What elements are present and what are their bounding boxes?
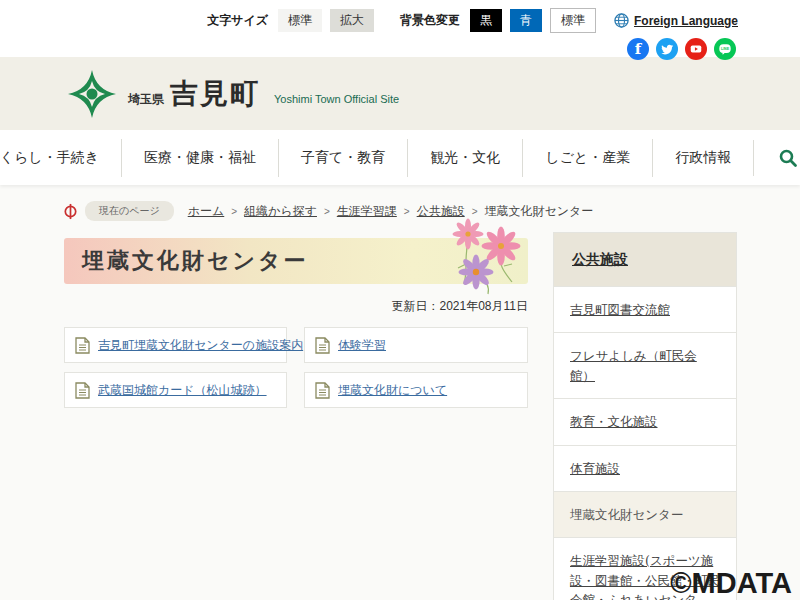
font-size-large-button[interactable]: 拡大 xyxy=(330,9,374,32)
sidebar-link-fresa[interactable]: フレサよしみ（町民会館） xyxy=(570,348,697,382)
search-button[interactable] xyxy=(753,140,800,176)
cosmos-flowers-decoration xyxy=(438,218,526,300)
copyright-watermark: ©MDATA xyxy=(670,567,792,600)
globe-icon xyxy=(614,13,629,28)
social-links: f LINE xyxy=(627,38,736,60)
sidebar-link-kyoiku[interactable]: 教育・文化施設 xyxy=(570,414,658,429)
link-box-card[interactable]: 武蔵国城館カード（松山城跡） xyxy=(64,372,287,408)
document-icon xyxy=(315,337,330,354)
line-icon[interactable]: LINE xyxy=(714,38,736,60)
bg-black-button[interactable]: 黒 xyxy=(470,9,502,32)
nav-item-kanko[interactable]: 観光・文化 xyxy=(407,139,522,177)
nav-item-kosodate[interactable]: 子育て・教育 xyxy=(278,139,407,177)
foreign-language-label[interactable]: Foreign Language xyxy=(634,14,738,28)
current-page-label: 現在のページ xyxy=(85,201,174,221)
link-taiken-gakushu[interactable]: 体験学習 xyxy=(338,337,386,354)
sidebar-item-kyoiku[interactable]: 教育・文化施設 xyxy=(554,398,736,444)
sidebar-item-tosho[interactable]: 吉見町図書交流館 xyxy=(554,286,736,332)
top-utility-bar: 文字サイズ 標準 拡大 背景色変更 黒 青 標準 Foreign Languag… xyxy=(0,0,800,57)
page-title-banner: 埋蔵文化財センター xyxy=(64,238,528,284)
content: 埋蔵文化財センター xyxy=(64,221,800,600)
font-size-standard-button[interactable]: 標準 xyxy=(278,9,322,32)
main-nav: くらし・手続き 医療・健康・福祉 子育て・教育 観光・文化 しごと・産業 行政情… xyxy=(0,130,800,185)
sidebar-item-taiiku[interactable]: 体育施設 xyxy=(554,445,736,491)
nav-item-iryo[interactable]: 医療・健康・福祉 xyxy=(121,139,278,177)
document-icon xyxy=(75,382,90,399)
breadcrumb-separator: > xyxy=(324,206,330,217)
breadcrumb-separator: > xyxy=(472,206,478,217)
foreign-language-link[interactable]: Foreign Language xyxy=(614,13,738,28)
town-emblem-icon[interactable] xyxy=(68,70,116,118)
link-box-shisetsu[interactable]: 吉見町埋蔵文化財センターの施設案内 xyxy=(64,327,287,363)
breadcrumb-current: 埋蔵文化財センター xyxy=(484,203,593,220)
link-shisetsu-annai[interactable]: 吉見町埋蔵文化財センターの施設案内 xyxy=(98,337,303,354)
sidebar-item-fresa[interactable]: フレサよしみ（町民会館） xyxy=(554,332,736,398)
link-box-taiken[interactable]: 体験学習 xyxy=(304,327,528,363)
town-name: 吉見町 xyxy=(170,75,260,113)
breadcrumb-separator: > xyxy=(231,206,237,217)
sidebar-column: 公共施設 吉見町図書交流館 フレサよしみ（町民会館） 教育・文化施設 体育施設 … xyxy=(553,232,737,600)
sidebar-item-maizo-current: 埋蔵文化財センター xyxy=(554,491,736,537)
bg-blue-button[interactable]: 青 xyxy=(510,9,542,32)
page-title: 埋蔵文化財センター xyxy=(82,246,309,276)
link-maizo-bunkazai[interactable]: 埋蔵文化財について xyxy=(338,382,447,399)
page: 文字サイズ 標準 拡大 背景色変更 黒 青 標準 Foreign Languag… xyxy=(0,0,800,600)
sidebar-link-taiiku[interactable]: 体育施設 xyxy=(570,461,620,476)
breadcrumb-home[interactable]: ホーム xyxy=(188,203,225,220)
nav-item-kurashi[interactable]: くらし・手続き xyxy=(0,139,121,177)
document-icon xyxy=(315,382,330,399)
bg-standard-button[interactable]: 標準 xyxy=(550,8,596,33)
sidebar-header[interactable]: 公共施設 xyxy=(554,233,736,286)
font-size-label: 文字サイズ xyxy=(207,12,268,29)
bg-color-label: 背景色変更 xyxy=(400,12,460,29)
breadcrumb-separator: > xyxy=(404,206,410,217)
facebook-icon[interactable]: f xyxy=(627,38,649,60)
breadcrumb-soshiki[interactable]: 組織から探す xyxy=(244,203,317,220)
site-subtitle: Yoshimi Town Official Site xyxy=(274,93,399,105)
breadcrumb-kokyo[interactable]: 公共施設 xyxy=(417,203,465,220)
link-jokan-card[interactable]: 武蔵国城館カード（松山城跡） xyxy=(98,382,267,399)
link-box-maizo[interactable]: 埋蔵文化財について xyxy=(304,372,528,408)
sidebar-title-link[interactable]: 公共施設 xyxy=(572,251,628,267)
sidebar-link-tosho[interactable]: 吉見町図書交流館 xyxy=(570,302,670,317)
link-grid: 吉見町埋蔵文化財センターの施設案内 体験学習 武蔵国城館カード（松山城跡） xyxy=(64,327,528,408)
document-icon xyxy=(75,337,90,354)
main-column: 埋蔵文化財センター xyxy=(64,238,528,600)
sidebar: 公共施設 吉見町図書交流館 フレサよしみ（町民会館） 教育・文化施設 体育施設 … xyxy=(553,232,737,600)
breadcrumb: 現在のページ ホーム > 組織から探す > 生涯学習課 > 公共施設 > 埋蔵文… xyxy=(62,201,800,221)
youtube-icon[interactable] xyxy=(685,38,707,60)
prefecture-label: 埼玉県 xyxy=(128,91,164,108)
site-header: 埼玉県 吉見町 Yoshimi Town Official Site xyxy=(0,57,800,130)
site-logo[interactable]: 埼玉県 吉見町 Yoshimi Town Official Site xyxy=(128,75,399,113)
breadcrumb-shogai[interactable]: 生涯学習課 xyxy=(337,203,397,220)
svg-text:LINE: LINE xyxy=(721,47,730,51)
breadcrumb-links: ホーム > 組織から探す > 生涯学習課 > 公共施設 > 埋蔵文化財センター xyxy=(188,203,594,220)
nav-item-gyosei[interactable]: 行政情報 xyxy=(652,139,753,177)
twitter-icon[interactable] xyxy=(656,38,678,60)
accessibility-controls: 文字サイズ 標準 拡大 背景色変更 黒 青 標準 Foreign Languag… xyxy=(207,8,738,33)
updated-date: 更新日：2021年08月11日 xyxy=(64,298,528,315)
nav-item-shigoto[interactable]: しごと・産業 xyxy=(522,139,652,177)
search-icon xyxy=(778,148,798,168)
current-page-icon xyxy=(62,203,79,220)
